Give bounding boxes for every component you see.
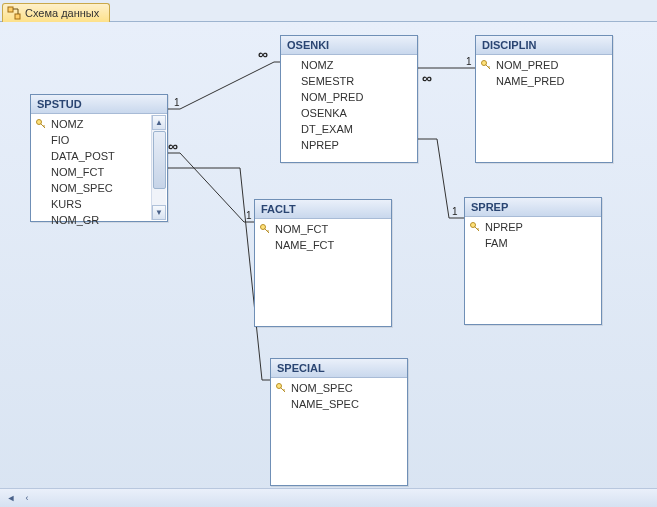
scrollbar[interactable]: ▲ ▼ xyxy=(151,115,166,220)
table-row[interactable]: OSENKA xyxy=(283,105,415,121)
scroll-down-button[interactable]: ▼ xyxy=(152,205,166,220)
table-row[interactable]: NOM_SPEC xyxy=(33,180,150,196)
svg-text:1: 1 xyxy=(174,97,180,108)
nav-first-icon[interactable]: ◄ xyxy=(4,491,18,505)
table-faclt[interactable]: FACLT NOM_FCT NAME_FCT xyxy=(254,199,392,327)
table-row[interactable]: DATA_POST xyxy=(33,148,150,164)
table-row[interactable]: NOMZ xyxy=(283,57,415,73)
table-row[interactable]: FIO xyxy=(33,132,150,148)
field-label: NOMZ xyxy=(51,117,83,131)
field-label: KURS xyxy=(51,197,82,211)
field-label: NOM_FCT xyxy=(275,222,328,236)
field-list: NOM_FCT NAME_FCT xyxy=(255,219,391,255)
nav-prev-icon[interactable]: ‹ xyxy=(20,491,34,505)
field-list: NPREP FAM xyxy=(465,217,601,253)
table-spstud[interactable]: SPSTUD NOMZ FIO DATA_POST NOM_FCT NOM_SP… xyxy=(30,94,168,222)
field-label: FIO xyxy=(51,133,69,147)
field-label: NOM_FCT xyxy=(51,165,104,179)
tab-bar: Схема данных xyxy=(0,0,657,22)
table-row[interactable]: NAME_PRED xyxy=(478,73,610,89)
field-label: DT_EXAM xyxy=(301,122,353,136)
field-list: NOM_SPEC NAME_SPEC xyxy=(271,378,407,414)
svg-text:1: 1 xyxy=(466,56,472,67)
field-list: NOMZ FIO DATA_POST NOM_FCT NOM_SPEC KURS… xyxy=(31,114,167,230)
table-row[interactable]: NOM_FCT xyxy=(33,164,150,180)
table-row[interactable]: NAME_FCT xyxy=(257,237,389,253)
svg-text:∞: ∞ xyxy=(258,46,268,62)
table-osenki[interactable]: OSENKI NOMZ SEMESTR NOM_PRED OSENKA DT_E… xyxy=(280,35,418,163)
key-icon xyxy=(275,382,287,394)
scroll-thumb[interactable] xyxy=(153,131,166,189)
table-title: SPREP xyxy=(465,198,601,217)
table-disciplin[interactable]: DISCIPLIN NOM_PRED NAME_PRED xyxy=(475,35,613,163)
svg-text:1: 1 xyxy=(452,206,458,217)
field-label: NOM_PRED xyxy=(496,58,558,72)
key-icon xyxy=(35,118,47,130)
table-sprep[interactable]: SPREP NPREP FAM xyxy=(464,197,602,325)
field-label: NAME_SPEC xyxy=(291,397,359,411)
field-list: NOM_PRED NAME_PRED xyxy=(476,55,612,91)
svg-rect-1 xyxy=(15,14,20,19)
field-label: FAM xyxy=(485,236,508,250)
table-title: SPSTUD xyxy=(31,95,167,114)
field-label: NOM_GR xyxy=(51,213,99,227)
field-label: OSENKA xyxy=(301,106,347,120)
table-row[interactable]: NPREP xyxy=(283,137,415,153)
field-label: NOM_SPEC xyxy=(291,381,353,395)
field-label: NOM_SPEC xyxy=(51,181,113,195)
key-icon xyxy=(469,221,481,233)
field-list: NOMZ SEMESTR NOM_PRED OSENKA DT_EXAM NPR… xyxy=(281,55,417,155)
table-row[interactable]: SEMESTR xyxy=(283,73,415,89)
svg-text:∞: ∞ xyxy=(422,70,432,86)
table-row[interactable]: NAME_SPEC xyxy=(273,396,405,412)
field-label: NAME_PRED xyxy=(496,74,564,88)
field-nomfct[interactable]: NOM_FCT xyxy=(257,221,389,237)
tab-schema[interactable]: Схема данных xyxy=(2,3,110,22)
table-row[interactable]: NOM_PRED xyxy=(283,89,415,105)
field-label: NOM_PRED xyxy=(301,90,363,104)
key-icon xyxy=(259,223,271,235)
tab-title: Схема данных xyxy=(25,7,99,19)
field-nompred[interactable]: NOM_PRED xyxy=(478,57,610,73)
field-label: NPREP xyxy=(485,220,523,234)
status-bar: ◄ ‹ xyxy=(0,488,657,507)
svg-text:∞: ∞ xyxy=(168,138,178,154)
field-label: DATA_POST xyxy=(51,149,115,163)
table-row[interactable]: FAM xyxy=(467,235,599,251)
field-nprep[interactable]: NPREP xyxy=(467,219,599,235)
table-row[interactable]: KURS xyxy=(33,196,150,212)
field-label: NPREP xyxy=(301,138,339,152)
relationships-icon xyxy=(7,6,21,20)
field-label: NAME_FCT xyxy=(275,238,334,252)
table-row[interactable]: NOM_GR xyxy=(33,212,150,228)
svg-text:1: 1 xyxy=(246,210,252,221)
field-label: NOMZ xyxy=(301,58,333,72)
table-row[interactable]: DT_EXAM xyxy=(283,121,415,137)
table-title: OSENKI xyxy=(281,36,417,55)
table-title: DISCIPLIN xyxy=(476,36,612,55)
field-label: SEMESTR xyxy=(301,74,354,88)
schema-canvas[interactable]: 1 ∞ 1 ∞ 1 ∞ 1 SPSTUD NOMZ FIO DATA_POST … xyxy=(0,22,657,507)
table-title: FACLT xyxy=(255,200,391,219)
table-special[interactable]: SPECIAL NOM_SPEC NAME_SPEC xyxy=(270,358,408,486)
scroll-up-button[interactable]: ▲ xyxy=(152,115,166,130)
table-title: SPECIAL xyxy=(271,359,407,378)
field-nomspec[interactable]: NOM_SPEC xyxy=(273,380,405,396)
svg-rect-0 xyxy=(8,7,13,12)
key-icon xyxy=(480,59,492,71)
field-nomz[interactable]: NOMZ xyxy=(33,116,150,132)
